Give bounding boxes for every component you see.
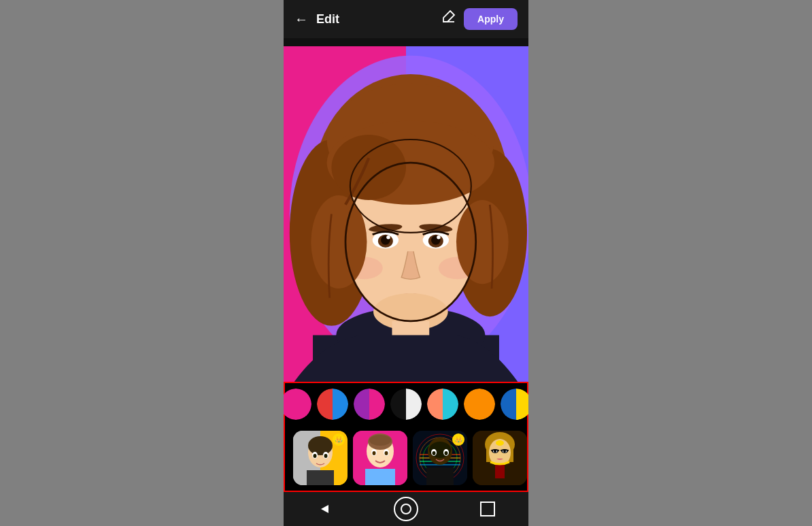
color-swatch-7[interactable]: [501, 389, 528, 420]
svg-marker-0: [443, 11, 454, 22]
nav-stop-button[interactable]: [475, 497, 500, 521]
svg-point-79: [496, 440, 504, 446]
color-row: [293, 389, 519, 420]
palette-section: [284, 382, 528, 425]
portrait-svg: [284, 46, 528, 382]
color-swatch-1[interactable]: [284, 389, 311, 420]
color-swatch-4[interactable]: [390, 389, 422, 420]
crown-badge-1: 👑: [333, 433, 345, 446]
thumbnail-row: 👑: [293, 431, 519, 485]
svg-rect-67: [426, 467, 454, 485]
nav-home-button[interactable]: [394, 497, 418, 521]
svg-rect-80: [495, 465, 505, 478]
svg-rect-43: [307, 470, 334, 485]
dark-bar: [284, 38, 528, 46]
svg-point-51: [385, 451, 388, 455]
svg-marker-81: [321, 505, 328, 513]
header: ← Edit Apply: [284, 0, 528, 38]
color-swatch-3[interactable]: [354, 389, 385, 420]
svg-point-66: [445, 451, 448, 455]
header-left: ← Edit: [294, 12, 339, 27]
portrait-image-area: [284, 46, 528, 382]
color-swatch-5[interactable]: [427, 389, 458, 420]
thumbnail-1[interactable]: 👑: [293, 431, 348, 485]
header-right: Apply: [439, 8, 518, 30]
phone-frame: ← Edit Apply: [284, 0, 528, 526]
color-swatch-6[interactable]: [464, 389, 495, 420]
svg-point-65: [433, 451, 436, 455]
header-title: Edit: [316, 12, 339, 27]
nav-bar: [284, 492, 528, 526]
apply-button[interactable]: Apply: [464, 8, 518, 30]
svg-point-14: [331, 135, 406, 200]
back-button[interactable]: ←: [294, 12, 308, 27]
svg-point-47: [369, 435, 391, 446]
crown-badge-3: 👑: [452, 433, 464, 446]
thumbnail-3[interactable]: 👑: [413, 431, 467, 485]
thumbnail-2[interactable]: [353, 431, 407, 485]
svg-point-41: [314, 454, 317, 458]
svg-point-38: [308, 436, 333, 455]
color-swatch-2[interactable]: [317, 389, 348, 420]
svg-point-32: [456, 200, 509, 284]
svg-rect-52: [365, 469, 395, 485]
svg-point-42: [324, 454, 328, 458]
thumbnail-section: 👑: [284, 425, 528, 492]
eraser-icon[interactable]: [439, 10, 456, 29]
svg-point-23: [386, 235, 390, 239]
nav-back-button[interactable]: [312, 497, 337, 521]
thumbnail-4[interactable]: [473, 431, 527, 485]
svg-point-24: [437, 235, 440, 239]
svg-point-50: [373, 451, 376, 455]
